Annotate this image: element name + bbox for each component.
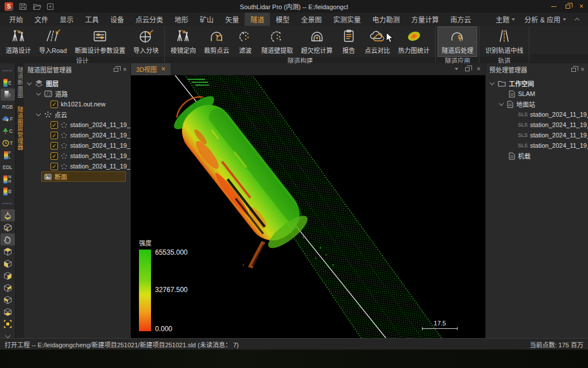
normal-return-button[interactable]: N R <box>1 173 15 185</box>
chevron-expand-icon[interactable] <box>27 80 32 85</box>
dock-tab-section-view[interactable]: 隧道断面图 <box>16 67 24 98</box>
chevron-expand-icon[interactable] <box>490 80 494 85</box>
clip-pointcloud-button[interactable]: 裁剪点云 <box>200 26 233 57</box>
theme-dropdown[interactable]: 主题 <box>492 13 519 26</box>
tree-row-section-selected[interactable]: 断面 <box>41 171 126 182</box>
close-panel-icon[interactable]: × <box>123 66 127 73</box>
tree-row-sls-station[interactable]: SLS station_2024_11_19_10_52_... <box>486 130 588 140</box>
chevron-expand-icon[interactable] <box>499 101 504 105</box>
menu-item[interactable]: 矢量 <box>219 13 245 26</box>
tree-row-pointcloud-group[interactable]: 点云 <box>24 109 130 120</box>
save-icon[interactable] <box>19 3 27 10</box>
tree-row-layers[interactable]: 图层 <box>24 78 130 89</box>
intensity-mode-button[interactable]: I <box>1 89 15 101</box>
view-cube-bottom-button[interactable] <box>1 306 15 318</box>
chevron-expand-icon[interactable] <box>36 111 41 116</box>
checkbox-checked[interactable]: ✓ <box>51 142 58 150</box>
float-panel-icon[interactable] <box>114 68 118 72</box>
checkbox-checked[interactable]: ✓ <box>51 101 58 108</box>
menu-item[interactable]: 点云分类 <box>130 13 169 26</box>
rail-centerline-button[interactable]: 识别轨道中线 <box>481 26 527 57</box>
time-mode-button[interactable]: T <box>1 137 15 149</box>
checkbox-checked[interactable]: ✓ <box>51 163 58 170</box>
tree-row-road-group[interactable]: 道路 <box>24 89 130 99</box>
rgb-mode-button[interactable]: RGB <box>1 101 15 113</box>
chevron-expand-icon[interactable] <box>36 90 41 95</box>
blend-mode-button[interactable]: B <box>1 185 15 197</box>
pan-tool-button[interactable] <box>1 233 15 246</box>
classification-mode-button[interactable]: C <box>1 125 15 137</box>
tree-row-station[interactable]: ✓ station_2024_11_19_1... <box>24 130 130 140</box>
menu-item[interactable]: 矿山 <box>194 13 219 26</box>
menu-item[interactable]: 南方云 <box>444 13 477 26</box>
menu-item[interactable]: 实测实量 <box>327 13 366 26</box>
close-tab-icon[interactable]: × <box>161 66 165 72</box>
strip-drag-handle[interactable]: ••••• <box>1 64 15 76</box>
first-last-return-button[interactable]: F L <box>1 149 15 161</box>
tree-row-sls-station[interactable]: SLS station_2024_11_19_10_48_... <box>486 120 588 130</box>
rect-select-tool-button[interactable] <box>1 318 15 330</box>
report-button[interactable]: 报告 <box>336 26 361 57</box>
view-cube-back-button[interactable] <box>1 282 15 294</box>
menu-item[interactable]: 设备 <box>105 13 130 26</box>
analysis-app-dropdown[interactable]: 分析 & 应用 <box>521 13 570 26</box>
edl-mode-button[interactable]: EDL <box>1 161 15 173</box>
menu-item[interactable]: 文件 <box>29 13 54 26</box>
tree-row-station[interactable]: ✓ station_2024_11_19_1... <box>24 120 130 130</box>
tab-list-dropdown-icon[interactable] <box>455 68 458 70</box>
new-project-icon[interactable] <box>47 3 55 10</box>
menu-item[interactable]: 电力勘测 <box>366 13 405 26</box>
tree-row-station[interactable]: ✓ station_2024_11_19_1... <box>24 151 130 161</box>
open-folder-icon[interactable] <box>33 3 41 10</box>
menu-item[interactable]: 显示 <box>54 13 79 26</box>
dock-tab-layer-manager[interactable]: 隧道图层管理器 <box>16 106 24 151</box>
view-cube-left-button[interactable] <box>1 294 15 306</box>
view-cube-front-button[interactable] <box>1 258 15 270</box>
flight-mode-button[interactable]: F <box>1 113 15 125</box>
menu-item[interactable]: 工具 <box>79 13 105 26</box>
close-view-icon[interactable]: × <box>477 66 481 72</box>
float-panel-icon[interactable] <box>571 68 576 72</box>
overbreak-calc-button[interactable]: 超欠挖计算 <box>297 26 336 57</box>
road-design-button[interactable]: 道路设计 <box>2 26 35 57</box>
view-cube-right-button[interactable] <box>1 270 15 282</box>
tree-row-road-file[interactable]: ✓ kh1021.out.new <box>24 99 130 109</box>
import-road-button[interactable]: 导入Road <box>35 26 71 57</box>
checkbox-checked[interactable]: ✓ <box>51 152 58 160</box>
tree-row-station[interactable]: ✓ station_2024_11_19_1... <box>24 161 130 171</box>
render-canvas-3d[interactable]: 强度 65535.000 32767.500 0.000 17.5 <box>131 75 485 338</box>
menu-item[interactable]: 模型 <box>270 13 295 26</box>
tree-row-sls-station[interactable]: SLS station_2024_11_19_10_43_... <box>486 109 588 120</box>
filter-button[interactable]: 滤波 <box>233 26 257 57</box>
tab-3d-view[interactable]: 3D视图 × <box>131 63 171 75</box>
close-button[interactable]: × <box>579 3 583 10</box>
collapse-ribbon-button[interactable] <box>572 15 582 24</box>
menu-item[interactable]: 地形 <box>169 13 194 26</box>
checkbox-checked[interactable]: ✓ <box>51 121 58 129</box>
minimize-button[interactable] <box>551 6 556 7</box>
menu-item-tunnel-active[interactable]: 隧道 <box>245 13 270 26</box>
prism-orientation-button[interactable]: 棱镜定向 <box>167 26 200 57</box>
section-design-params-button[interactable]: 断面设计参数设置 <box>71 26 129 57</box>
menu-item[interactable]: 开始 <box>3 13 29 26</box>
view-cube-top-button[interactable] <box>1 246 15 258</box>
float-view-icon[interactable] <box>465 67 470 71</box>
close-panel-icon[interactable]: × <box>581 66 585 73</box>
tree-row-slam[interactable]: SLAM <box>486 89 588 99</box>
elevation-mode-button[interactable]: E <box>1 76 15 89</box>
tunnel-wall-extract-button[interactable]: 隧道壁提取 <box>257 26 297 57</box>
tree-row-workspace[interactable]: 工作空间 <box>486 78 588 89</box>
tree-row-station[interactable]: ✓ station_2024_11_19_1... <box>24 140 130 151</box>
tree-row-sls-station[interactable]: SLS station_2024_11_19_11_01_... <box>486 140 588 151</box>
tree-row-airborne[interactable]: 机载 <box>486 151 588 161</box>
heatmap-stats-button[interactable]: 热力图统计 <box>394 26 434 57</box>
checkbox-checked[interactable]: ✓ <box>51 132 58 139</box>
menu-item[interactable]: 方量计算 <box>405 13 444 26</box>
pick-point-tool-button[interactable] <box>1 209 15 221</box>
restore-button[interactable] <box>566 5 570 9</box>
menu-item[interactable]: 全景图 <box>295 13 327 26</box>
import-blocks-button[interactable]: 导入分块 <box>129 26 163 57</box>
cube-point-tool-button[interactable] <box>1 221 15 233</box>
tunnel-postprocess-button[interactable]: 隧道后处理 <box>438 26 477 57</box>
tree-row-ground-station[interactable]: 地面站 <box>486 99 588 109</box>
